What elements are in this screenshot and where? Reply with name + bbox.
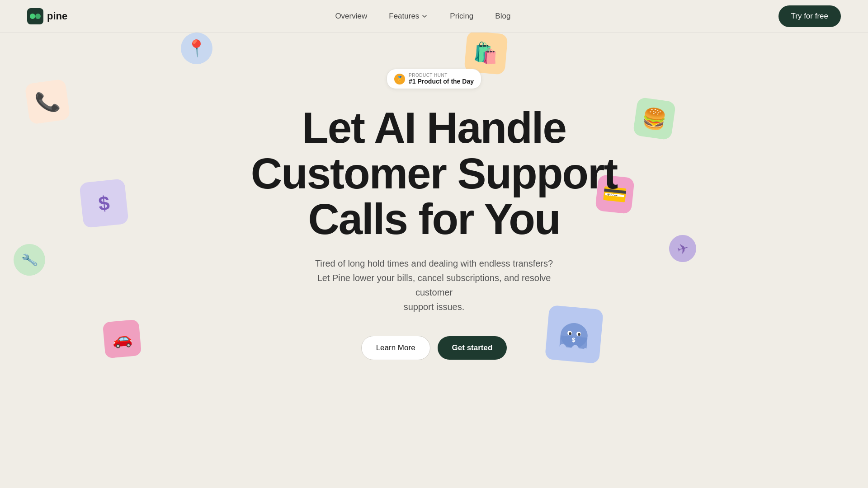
hero-heading-line3: Calls for You: [308, 195, 560, 243]
nav-overview[interactable]: Overview: [335, 12, 367, 20]
nav-links: Overview Features Pricing Blog: [335, 12, 510, 21]
hero-buttons: Learn More Get started: [361, 336, 507, 360]
hero-subtext-line3: support issues.: [404, 302, 465, 312]
logo-icon: [27, 8, 43, 24]
hero-heading-line1: Let AI Handle: [302, 103, 566, 152]
svg-point-1: [35, 14, 41, 19]
product-hunt-title: #1 Product of the Day: [409, 78, 474, 85]
navbar: pine Overview Features Pricing Blog Try …: [0, 0, 868, 33]
product-hunt-badge: 🏅 Product Hunt #1 Product of the Day: [387, 69, 481, 89]
hero-subtext: Tired of long hold times and dealing wit…: [307, 256, 561, 314]
product-hunt-label: Product Hunt: [409, 73, 448, 78]
product-hunt-text: Product Hunt #1 Product of the Day: [409, 73, 474, 85]
get-started-button[interactable]: Get started: [438, 336, 507, 360]
svg-point-0: [30, 14, 35, 19]
nav-pricing[interactable]: Pricing: [450, 12, 473, 20]
nav-features[interactable]: Features: [389, 12, 419, 21]
chevron-down-icon: [421, 13, 428, 20]
hero-heading: Let AI Handle Customer Support Calls for…: [251, 105, 618, 242]
nav-blog[interactable]: Blog: [495, 12, 510, 20]
hero-section: 🏅 Product Hunt #1 Product of the Day Let…: [0, 33, 868, 360]
learn-more-button[interactable]: Learn More: [361, 336, 430, 360]
hero-heading-line2: Customer Support: [251, 149, 618, 197]
hero-subtext-line2: Let Pine lower your bills, cancel subscr…: [317, 273, 551, 297]
logo-text: pine: [47, 10, 67, 22]
hero-subtext-line1: Tired of long hold times and dealing wit…: [315, 258, 553, 268]
logo[interactable]: pine: [27, 8, 67, 24]
medal-icon: 🏅: [394, 74, 405, 84]
try-free-button[interactable]: Try for free: [778, 5, 841, 27]
